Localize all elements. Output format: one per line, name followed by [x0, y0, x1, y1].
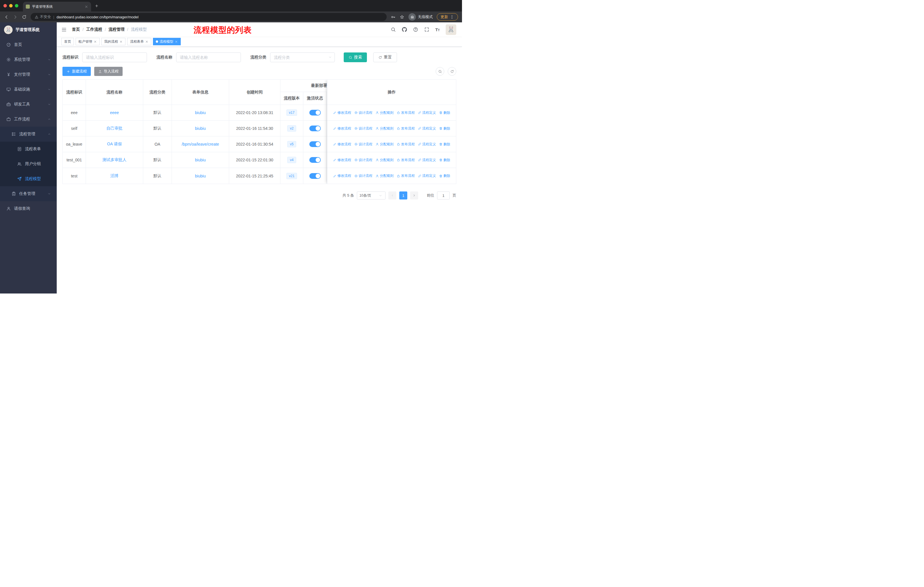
active-toggle[interactable] — [309, 126, 321, 131]
goto-page-input[interactable] — [437, 192, 450, 200]
sidebar-item-payment-mgmt[interactable]: 支付管理 — [0, 67, 57, 82]
font-size-icon[interactable]: TT — [436, 27, 440, 32]
filter-input-key[interactable] — [82, 53, 147, 62]
sidebar-item-system-mgmt[interactable]: 系统管理 — [0, 52, 57, 67]
action-definition[interactable]: 流程定义 — [418, 110, 436, 115]
import-process-button[interactable]: 导入流程 — [94, 67, 122, 76]
action-publish[interactable]: 发布流程 — [397, 110, 415, 115]
action-definition[interactable]: 流程定义 — [418, 142, 436, 147]
filter-input-name[interactable] — [176, 53, 241, 62]
tag-tenant-mgmt[interactable]: 租户管理 — [76, 38, 100, 45]
cell-form-info[interactable]: /bpm/oa/leave/create — [172, 136, 229, 152]
action-design[interactable]: 设计流程 — [354, 110, 372, 115]
back-button[interactable] — [4, 15, 9, 20]
reset-button[interactable]: 重置 — [373, 53, 397, 62]
search-button[interactable]: 搜索 — [344, 53, 367, 62]
action-assign-rule[interactable]: 分配规则 — [376, 174, 394, 178]
minimize-window-button[interactable] — [9, 4, 13, 7]
new-tab-button[interactable] — [94, 4, 99, 8]
sidebar-item-task-mgmt[interactable]: 任务管理 — [0, 186, 57, 201]
sidebar-item-dev-tools[interactable]: 研发工具 — [0, 97, 57, 112]
action-edit[interactable]: 修改流程 — [333, 174, 351, 178]
cell-process-name[interactable]: 测试多审批人 — [86, 152, 143, 168]
address-bar[interactable]: 不安全 | dashboard.yudao.iocoder.cn/bpm/man… — [31, 13, 387, 21]
action-delete[interactable]: 删除 — [439, 158, 450, 162]
active-toggle[interactable] — [309, 141, 321, 147]
bookmark-star-icon[interactable] — [399, 15, 404, 20]
tag-close-icon[interactable] — [94, 40, 97, 43]
action-design[interactable]: 设计流程 — [354, 174, 372, 178]
tag-close-icon[interactable] — [119, 40, 122, 43]
app-logo[interactable]: 🐰 芋道管理系统 — [0, 22, 57, 37]
cell-process-name[interactable]: 自己审批 — [86, 121, 143, 136]
action-delete[interactable]: 删除 — [439, 126, 450, 131]
action-assign-rule[interactable]: 分配规则 — [376, 126, 394, 131]
reload-button[interactable] — [22, 15, 26, 20]
password-key-icon[interactable] — [391, 15, 396, 20]
tag-home[interactable]: 首页 — [61, 38, 74, 45]
action-edit[interactable]: 修改流程 — [333, 126, 351, 131]
action-edit[interactable]: 修改流程 — [333, 158, 351, 162]
close-window-button[interactable] — [3, 4, 7, 7]
sidebar-item-home[interactable]: 首页 — [0, 37, 57, 52]
sidebar-item-infrastructure[interactable]: 基础设施 — [0, 82, 57, 97]
filter-select-category[interactable] — [270, 53, 335, 62]
page-size-select[interactable]: 10条/页 — [357, 192, 386, 200]
current-page[interactable]: 1 — [399, 192, 407, 200]
breadcrumb-item[interactable]: 工作流程 — [86, 27, 102, 32]
action-delete[interactable]: 删除 — [439, 110, 450, 115]
action-publish[interactable]: 发布流程 — [397, 126, 415, 131]
prev-page-button[interactable] — [388, 192, 396, 200]
zoom-window-button[interactable] — [15, 4, 18, 7]
toggle-search-button[interactable] — [436, 67, 444, 76]
security-indicator[interactable]: 不安全 — [35, 14, 51, 20]
github-icon[interactable] — [402, 27, 407, 32]
action-assign-rule[interactable]: 分配规则 — [376, 142, 394, 147]
action-edit[interactable]: 修改流程 — [333, 110, 351, 115]
hamburger-icon[interactable] — [61, 27, 67, 32]
search-icon[interactable] — [391, 27, 396, 32]
active-toggle[interactable] — [309, 157, 321, 163]
sidebar-item-process-mgmt[interactable]: 流程管理 — [0, 127, 57, 142]
cell-process-name[interactable]: 滔博 — [86, 168, 143, 184]
cell-process-name[interactable]: eeee — [86, 105, 143, 121]
action-assign-rule[interactable]: 分配规则 — [376, 110, 394, 115]
cell-form-info[interactable]: biubiu — [172, 105, 229, 121]
breadcrumb-item[interactable]: 首页 — [72, 27, 80, 32]
cell-form-info[interactable]: biubiu — [172, 152, 229, 168]
action-design[interactable]: 设计流程 — [354, 142, 372, 147]
action-publish[interactable]: 发布流程 — [397, 174, 415, 178]
tag-process-form[interactable]: 流程表单 — [127, 38, 151, 45]
cell-process-name[interactable]: OA 请假 — [86, 136, 143, 152]
user-avatar[interactable]: 🐰 — [446, 24, 456, 35]
fullscreen-icon[interactable] — [424, 27, 429, 32]
tag-my-process[interactable]: 我的流程 — [101, 38, 125, 45]
update-button[interactable]: 更新 — [437, 13, 458, 21]
breadcrumb-item[interactable]: 流程管理 — [109, 27, 125, 32]
sidebar-item-process-form[interactable]: 流程表单 — [0, 142, 57, 157]
sidebar-item-leave-query[interactable]: 请假查询 — [0, 201, 57, 216]
tag-close-icon[interactable] — [145, 40, 148, 43]
action-publish[interactable]: 发布流程 — [397, 158, 415, 162]
cell-form-info[interactable]: biubiu — [172, 168, 229, 184]
next-page-button[interactable] — [410, 192, 418, 200]
action-assign-rule[interactable]: 分配规则 — [376, 158, 394, 162]
action-publish[interactable]: 发布流程 — [397, 142, 415, 147]
sidebar-item-user-group[interactable]: 用户分组 — [0, 157, 57, 171]
cell-form-info[interactable]: biubiu — [172, 121, 229, 136]
action-delete[interactable]: 删除 — [439, 174, 450, 178]
browser-tab[interactable]: 芋道管理系统 — [23, 2, 91, 12]
action-definition[interactable]: 流程定义 — [418, 174, 436, 178]
help-icon[interactable] — [413, 27, 418, 32]
tag-close-icon[interactable] — [175, 40, 178, 43]
action-definition[interactable]: 流程定义 — [418, 126, 436, 131]
action-edit[interactable]: 修改流程 — [333, 142, 351, 147]
forward-button[interactable] — [13, 15, 18, 20]
action-design[interactable]: 设计流程 — [354, 158, 372, 162]
action-delete[interactable]: 删除 — [439, 142, 450, 147]
action-design[interactable]: 设计流程 — [354, 126, 372, 131]
tab-close-icon[interactable] — [84, 5, 88, 8]
create-process-button[interactable]: 新建流程 — [63, 67, 91, 76]
action-definition[interactable]: 流程定义 — [418, 158, 436, 162]
sidebar-item-process-model[interactable]: 流程模型 — [0, 171, 57, 186]
